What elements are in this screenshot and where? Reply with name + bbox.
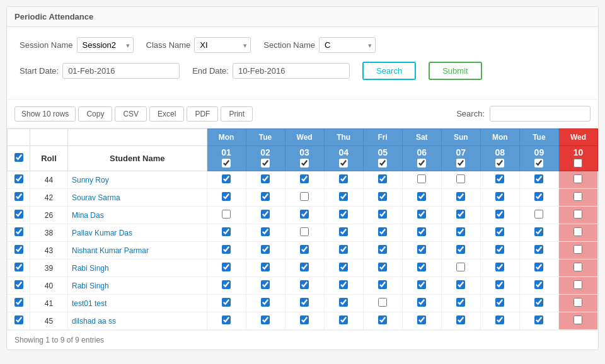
row-select-checkbox[interactable] <box>14 227 23 236</box>
attendance-cell <box>480 207 519 224</box>
attendance-cell <box>441 242 480 259</box>
row-select-checkbox[interactable] <box>14 210 23 219</box>
attendance-cell <box>324 207 363 224</box>
csv-button[interactable]: CSV <box>115 106 147 122</box>
session-select-wrapper[interactable]: Session2 <box>77 37 134 53</box>
roll-cell: 43 <box>30 242 68 259</box>
attendance-cell <box>441 189 480 207</box>
name-cell: Pallav Kumar Das <box>68 224 207 242</box>
row-select-checkbox[interactable] <box>14 192 23 201</box>
session-select[interactable]: Session2 <box>77 37 134 53</box>
section-select[interactable]: C <box>319 37 376 53</box>
attendance-cell <box>480 295 519 312</box>
attendance-cell <box>207 312 246 330</box>
attendance-cell <box>480 171 519 189</box>
start-date-group: Start Date: <box>20 63 180 79</box>
attendance-cell <box>441 207 480 224</box>
row-select-checkbox[interactable] <box>14 263 23 271</box>
row-select-checkbox[interactable] <box>14 280 23 289</box>
attendance-cell <box>207 277 246 295</box>
date-checkbox-01[interactable] <box>222 159 231 168</box>
attendance-cell <box>207 242 246 259</box>
date-checkbox-09[interactable] <box>534 159 543 168</box>
attendance-cell <box>519 242 558 259</box>
session-label: Session Name <box>20 40 73 50</box>
attendance-cell <box>324 242 363 259</box>
date-checkbox-07[interactable] <box>456 159 465 168</box>
select-all-checkbox[interactable] <box>14 153 23 162</box>
name-cell: Sourav Sarma <box>68 189 207 207</box>
class-select[interactable]: XI <box>194 37 251 53</box>
excel-button[interactable]: Excel <box>149 106 184 122</box>
page-title: Periodic Attendance <box>7 7 598 27</box>
attendance-cell <box>363 295 402 312</box>
attendance-cell <box>246 224 285 242</box>
print-button[interactable]: Print <box>221 106 253 122</box>
attendance-cell <box>402 224 441 242</box>
name-cell: Mina Das <box>68 207 207 224</box>
attendance-cell <box>402 207 441 224</box>
attendance-cell <box>441 295 480 312</box>
attendance-cell <box>519 224 558 242</box>
class-select-wrapper[interactable]: XI <box>194 37 251 53</box>
attendance-cell <box>441 312 480 330</box>
attendance-cell <box>480 189 519 207</box>
attendance-cell <box>324 312 363 330</box>
roll-cell: 41 <box>30 295 68 312</box>
attendance-cell <box>363 224 402 242</box>
table-row: 39Rabi Singh <box>8 259 598 277</box>
copy-button[interactable]: Copy <box>78 106 112 122</box>
main-container: Periodic Attendance Session Name Session… <box>6 6 599 350</box>
date-checkbox-02[interactable] <box>261 159 270 168</box>
attendance-cell <box>246 171 285 189</box>
date-checkbox-06[interactable] <box>417 159 426 168</box>
attendance-cell <box>246 189 285 207</box>
date-checkbox-04[interactable] <box>339 159 348 168</box>
roll-cell: 44 <box>30 171 68 189</box>
table-row: 43Nishant Kumar Parmar <box>8 242 598 259</box>
row-select-checkbox[interactable] <box>14 245 23 254</box>
attendance-cell <box>480 242 519 259</box>
attendance-cell <box>402 312 441 330</box>
attendance-cell <box>285 312 324 330</box>
pdf-button[interactable]: PDF <box>187 106 218 122</box>
table-row: 41test01 test <box>8 295 598 312</box>
roll-header: Roll <box>30 146 68 171</box>
search-button[interactable]: Search <box>362 62 416 80</box>
attendance-cell <box>441 224 480 242</box>
start-date-input[interactable] <box>62 63 180 79</box>
name-cell: test01 test <box>68 295 207 312</box>
attendance-cell <box>285 207 324 224</box>
date-checkbox-05[interactable] <box>378 159 387 168</box>
show-rows-button[interactable]: Show 10 rows <box>14 106 76 122</box>
toolbar-right: Search: <box>456 106 591 122</box>
date-checkbox-08[interactable] <box>495 159 504 168</box>
section-select-wrapper[interactable]: C <box>319 37 376 53</box>
end-date-label: End Date: <box>192 66 229 76</box>
attendance-cell <box>246 259 285 277</box>
name-cell: Rabi Singh <box>68 277 207 295</box>
name-cell: Sunny Roy <box>68 171 207 189</box>
attendance-cell <box>207 295 246 312</box>
attendance-cell <box>519 312 558 330</box>
date-checkbox-10[interactable] <box>573 159 582 168</box>
attendance-cell <box>363 312 402 330</box>
name-cell: dilshad aa ss <box>68 312 207 330</box>
attendance-cell <box>363 189 402 207</box>
row-select-checkbox[interactable] <box>14 298 23 307</box>
roll-cell: 40 <box>30 277 68 295</box>
date-checkbox-03[interactable] <box>300 159 309 168</box>
row-select-checkbox[interactable] <box>14 174 23 183</box>
attendance-cell <box>519 189 558 207</box>
submit-button[interactable]: Submit <box>429 62 481 80</box>
attendance-cell <box>363 171 402 189</box>
attendance-cell <box>285 277 324 295</box>
attendance-cell <box>246 312 285 330</box>
end-date-input[interactable] <box>233 63 350 79</box>
search-input[interactable] <box>490 106 591 122</box>
attendance-cell <box>246 295 285 312</box>
row-select-checkbox[interactable] <box>14 316 23 324</box>
attendance-cell <box>558 259 597 277</box>
attendance-cell <box>207 171 246 189</box>
attendance-cell <box>558 312 597 330</box>
